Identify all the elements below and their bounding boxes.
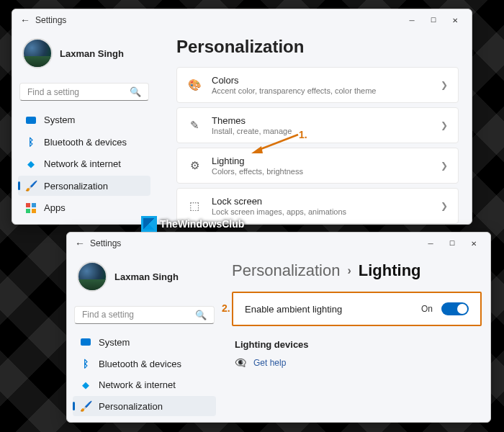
username: Laxman Singh [114,271,179,282]
lock-screen-icon: ⬚ [187,199,202,212]
card-title: Colors [212,75,431,86]
user-block[interactable]: Laxman Singh [73,257,216,302]
sidebar-item-label: Bluetooth & devices [44,137,127,148]
card-desc: Accent color, transparency effects, colo… [212,86,431,95]
gear-icon: ⚙ [187,159,202,172]
get-help-label: Get help [253,358,286,368]
sidebar-item-network[interactable]: ◆ Network & internet [18,153,150,174]
palette-icon: 🎨 [187,78,202,91]
watermark-text: TheWindowsClub [160,218,244,230]
sidebar-item-label: Network & internet [44,158,121,169]
sidebar-item-apps[interactable]: Apps [18,197,150,218]
apps-icon [25,202,37,214]
ambient-toggle[interactable] [441,302,469,315]
back-button[interactable]: ← [73,238,87,249]
brush-icon: 🖌️ [25,180,37,192]
close-button[interactable]: ✕ [463,235,485,252]
chevron-right-icon: ❯ [441,201,448,211]
sidebar-item-bluetooth[interactable]: ᛒ Bluetooth & devices [73,354,216,374]
breadcrumb-parent[interactable]: Personalization [232,261,340,280]
toggle-state: On [421,304,433,314]
ambient-label: Enable ambient lighting [245,304,413,315]
breadcrumb: Personalization › Lighting [232,261,482,280]
titlebar: ← Settings ─ ☐ ✕ [67,233,490,254]
sidebar-item-personalization[interactable]: 🖌️ Personalization [73,396,216,416]
brush-icon: 🖌️ [80,400,91,412]
window-title: Settings [35,15,66,25]
username: Laxman Singh [60,48,124,59]
search-icon: 🔍 [195,310,207,320]
search-placeholder: Find a setting [82,310,195,320]
user-block[interactable]: Laxman Singh [18,34,150,78]
sidebar-item-label: System [99,337,130,348]
wifi-icon: ◆ [80,379,91,391]
sidebar-item-label: Network & internet [99,379,176,390]
search-input[interactable]: Find a setting 🔍 [74,306,215,324]
chevron-right-icon: ❯ [441,80,448,90]
chevron-right-icon: ❯ [441,120,448,130]
window-title: Settings [90,238,121,248]
card-colors[interactable]: 🎨 Colors Accent color, transparency effe… [176,67,459,103]
card-lighting[interactable]: ⚙ Lighting Colors, effects, brightness ❯ [176,148,459,184]
sidebar-item-label: System [44,114,75,125]
minimize-button[interactable]: ─ [401,12,423,29]
sidebar-item-system[interactable]: System [18,109,150,130]
watermark: TheWindowsClub [141,216,244,232]
system-icon [25,114,37,126]
maximize-button[interactable]: ☐ [423,12,444,29]
main-content: Personalization › Lighting Enable ambien… [222,254,490,422]
chevron-right-icon: ❯ [441,161,448,171]
help-icon: 👁‍🗨 [235,357,246,368]
close-button[interactable]: ✕ [444,12,466,29]
chevron-right-icon: › [347,264,351,277]
get-help-link[interactable]: 👁‍🗨 Get help [232,357,482,368]
card-title: Lighting [212,156,431,166]
avatar [22,38,53,68]
back-button[interactable]: ← [18,14,32,26]
minimize-button[interactable]: ─ [420,235,441,252]
settings-window-personalization: ← Settings ─ ☐ ✕ Laxman Singh Find a set… [12,9,472,225]
settings-window-lighting: ← Settings ─ ☐ ✕ Laxman Singh Find a set… [66,232,491,423]
watermark-logo-icon [141,216,157,232]
card-desc: Lock screen images, apps, animations [212,207,431,216]
card-desc: Colors, effects, brightness [212,167,431,176]
system-icon [80,336,91,348]
sidebar-item-bluetooth[interactable]: ᛒ Bluetooth & devices [18,132,150,153]
ambient-lighting-row: Enable ambient lighting On [232,292,482,326]
maximize-button[interactable]: ☐ [441,235,463,252]
wifi-icon: ◆ [25,158,37,170]
sidebar-item-personalization[interactable]: 🖌️ Personalization [18,176,150,197]
sidebar: Laxman Singh Find a setting 🔍 System ᛒ B… [67,254,222,422]
section-header: Lighting devices [235,339,482,350]
bluetooth-icon: ᛒ [25,136,37,148]
sidebar-item-label: Apps [44,202,66,213]
breadcrumb-current: Lighting [359,261,421,280]
sidebar: Laxman Singh Find a setting 🔍 System ᛒ B… [12,31,156,224]
search-placeholder: Find a setting [27,87,130,97]
sidebar-item-label: Personalization [99,401,163,412]
search-icon: 🔍 [130,86,141,97]
card-desc: Install, create, manage [212,127,431,135]
search-input[interactable]: Find a setting 🔍 [19,83,149,101]
bluetooth-icon: ᛒ [80,358,91,369]
sidebar-item-label: Bluetooth & devices [99,359,181,369]
card-title: Lock screen [212,196,431,207]
sidebar-item-label: Personalization [44,181,108,192]
card-title: Themes [212,115,431,126]
avatar [77,261,107,292]
page-title: Personalization [176,37,459,57]
card-themes[interactable]: ✎ Themes Install, create, manage ❯ [176,107,459,143]
titlebar: ← Settings ─ ☐ ✕ [12,9,472,31]
main-content: Personalization 🎨 Colors Accent color, t… [156,31,472,224]
sidebar-item-network[interactable]: ◆ Network & internet [73,375,216,395]
sidebar-item-system[interactable]: System [73,333,216,353]
pen-icon: ✎ [187,119,202,132]
